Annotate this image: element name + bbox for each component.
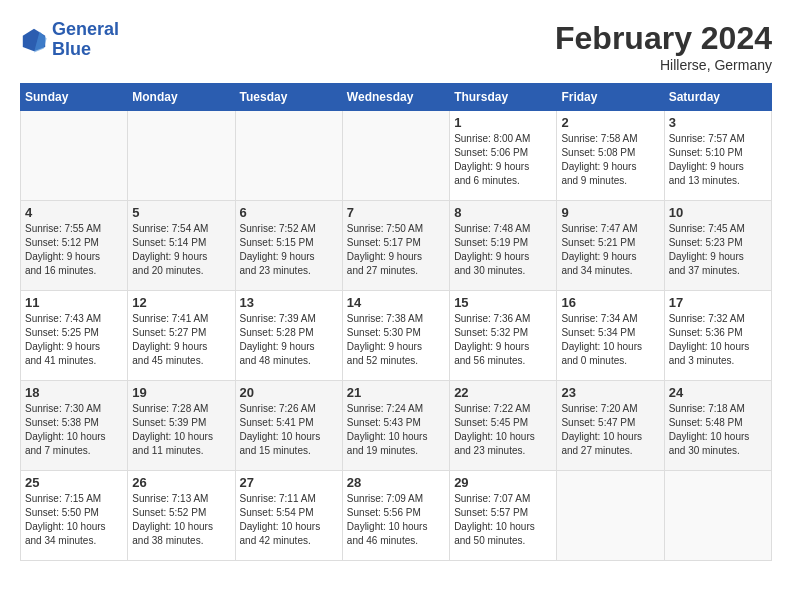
title-area: February 2024 Hillerse, Germany [555,20,772,73]
day-info: Sunrise: 7:09 AM Sunset: 5:56 PM Dayligh… [347,492,445,548]
day-number: 1 [454,115,552,130]
calendar-cell: 29Sunrise: 7:07 AM Sunset: 5:57 PM Dayli… [450,471,557,561]
day-number: 4 [25,205,123,220]
calendar-cell: 26Sunrise: 7:13 AM Sunset: 5:52 PM Dayli… [128,471,235,561]
day-info: Sunrise: 7:52 AM Sunset: 5:15 PM Dayligh… [240,222,338,278]
day-number: 13 [240,295,338,310]
calendar-cell: 20Sunrise: 7:26 AM Sunset: 5:41 PM Dayli… [235,381,342,471]
week-row-3: 11Sunrise: 7:43 AM Sunset: 5:25 PM Dayli… [21,291,772,381]
calendar-cell: 13Sunrise: 7:39 AM Sunset: 5:28 PM Dayli… [235,291,342,381]
calendar-cell [342,111,449,201]
page-header: General Blue February 2024 Hillerse, Ger… [20,20,772,73]
calendar-cell: 14Sunrise: 7:38 AM Sunset: 5:30 PM Dayli… [342,291,449,381]
day-number: 23 [561,385,659,400]
day-info: Sunrise: 7:38 AM Sunset: 5:30 PM Dayligh… [347,312,445,368]
header-tuesday: Tuesday [235,84,342,111]
day-info: Sunrise: 7:43 AM Sunset: 5:25 PM Dayligh… [25,312,123,368]
day-number: 6 [240,205,338,220]
calendar-cell: 23Sunrise: 7:20 AM Sunset: 5:47 PM Dayli… [557,381,664,471]
day-info: Sunrise: 7:58 AM Sunset: 5:08 PM Dayligh… [561,132,659,188]
calendar-cell [21,111,128,201]
header-monday: Monday [128,84,235,111]
calendar-cell: 6Sunrise: 7:52 AM Sunset: 5:15 PM Daylig… [235,201,342,291]
day-number: 11 [25,295,123,310]
day-info: Sunrise: 7:32 AM Sunset: 5:36 PM Dayligh… [669,312,767,368]
day-info: Sunrise: 7:11 AM Sunset: 5:54 PM Dayligh… [240,492,338,548]
calendar-cell: 10Sunrise: 7:45 AM Sunset: 5:23 PM Dayli… [664,201,771,291]
day-number: 8 [454,205,552,220]
calendar-cell: 8Sunrise: 7:48 AM Sunset: 5:19 PM Daylig… [450,201,557,291]
month-title: February 2024 [555,20,772,57]
day-info: Sunrise: 7:24 AM Sunset: 5:43 PM Dayligh… [347,402,445,458]
day-info: Sunrise: 7:22 AM Sunset: 5:45 PM Dayligh… [454,402,552,458]
calendar-cell: 19Sunrise: 7:28 AM Sunset: 5:39 PM Dayli… [128,381,235,471]
calendar-table: SundayMondayTuesdayWednesdayThursdayFrid… [20,83,772,561]
day-number: 20 [240,385,338,400]
day-info: Sunrise: 7:28 AM Sunset: 5:39 PM Dayligh… [132,402,230,458]
calendar-cell: 12Sunrise: 7:41 AM Sunset: 5:27 PM Dayli… [128,291,235,381]
week-row-2: 4Sunrise: 7:55 AM Sunset: 5:12 PM Daylig… [21,201,772,291]
day-number: 5 [132,205,230,220]
location: Hillerse, Germany [555,57,772,73]
header-thursday: Thursday [450,84,557,111]
day-number: 10 [669,205,767,220]
day-number: 28 [347,475,445,490]
day-number: 17 [669,295,767,310]
calendar-cell: 24Sunrise: 7:18 AM Sunset: 5:48 PM Dayli… [664,381,771,471]
day-info: Sunrise: 7:50 AM Sunset: 5:17 PM Dayligh… [347,222,445,278]
day-number: 25 [25,475,123,490]
day-info: Sunrise: 7:54 AM Sunset: 5:14 PM Dayligh… [132,222,230,278]
week-row-5: 25Sunrise: 7:15 AM Sunset: 5:50 PM Dayli… [21,471,772,561]
calendar-cell: 3Sunrise: 7:57 AM Sunset: 5:10 PM Daylig… [664,111,771,201]
day-number: 27 [240,475,338,490]
day-info: Sunrise: 7:48 AM Sunset: 5:19 PM Dayligh… [454,222,552,278]
day-number: 16 [561,295,659,310]
calendar-cell: 28Sunrise: 7:09 AM Sunset: 5:56 PM Dayli… [342,471,449,561]
header-row: SundayMondayTuesdayWednesdayThursdayFrid… [21,84,772,111]
day-number: 12 [132,295,230,310]
calendar-cell: 27Sunrise: 7:11 AM Sunset: 5:54 PM Dayli… [235,471,342,561]
day-info: Sunrise: 7:30 AM Sunset: 5:38 PM Dayligh… [25,402,123,458]
header-saturday: Saturday [664,84,771,111]
day-info: Sunrise: 7:13 AM Sunset: 5:52 PM Dayligh… [132,492,230,548]
calendar-cell: 21Sunrise: 7:24 AM Sunset: 5:43 PM Dayli… [342,381,449,471]
calendar-cell: 11Sunrise: 7:43 AM Sunset: 5:25 PM Dayli… [21,291,128,381]
calendar-cell: 15Sunrise: 7:36 AM Sunset: 5:32 PM Dayli… [450,291,557,381]
day-number: 29 [454,475,552,490]
calendar-cell: 1Sunrise: 8:00 AM Sunset: 5:06 PM Daylig… [450,111,557,201]
calendar-cell [128,111,235,201]
day-number: 21 [347,385,445,400]
day-info: Sunrise: 7:20 AM Sunset: 5:47 PM Dayligh… [561,402,659,458]
day-number: 26 [132,475,230,490]
day-number: 15 [454,295,552,310]
week-row-1: 1Sunrise: 8:00 AM Sunset: 5:06 PM Daylig… [21,111,772,201]
day-info: Sunrise: 7:45 AM Sunset: 5:23 PM Dayligh… [669,222,767,278]
day-info: Sunrise: 7:34 AM Sunset: 5:34 PM Dayligh… [561,312,659,368]
header-sunday: Sunday [21,84,128,111]
day-info: Sunrise: 7:41 AM Sunset: 5:27 PM Dayligh… [132,312,230,368]
day-info: Sunrise: 8:00 AM Sunset: 5:06 PM Dayligh… [454,132,552,188]
day-info: Sunrise: 7:26 AM Sunset: 5:41 PM Dayligh… [240,402,338,458]
logo: General Blue [20,20,119,60]
day-number: 19 [132,385,230,400]
day-info: Sunrise: 7:55 AM Sunset: 5:12 PM Dayligh… [25,222,123,278]
calendar-cell: 9Sunrise: 7:47 AM Sunset: 5:21 PM Daylig… [557,201,664,291]
day-number: 24 [669,385,767,400]
calendar-cell [557,471,664,561]
calendar-cell: 16Sunrise: 7:34 AM Sunset: 5:34 PM Dayli… [557,291,664,381]
day-number: 3 [669,115,767,130]
day-number: 14 [347,295,445,310]
calendar-cell: 7Sunrise: 7:50 AM Sunset: 5:17 PM Daylig… [342,201,449,291]
day-info: Sunrise: 7:47 AM Sunset: 5:21 PM Dayligh… [561,222,659,278]
day-info: Sunrise: 7:39 AM Sunset: 5:28 PM Dayligh… [240,312,338,368]
day-number: 22 [454,385,552,400]
week-row-4: 18Sunrise: 7:30 AM Sunset: 5:38 PM Dayli… [21,381,772,471]
day-number: 2 [561,115,659,130]
day-number: 18 [25,385,123,400]
calendar-cell: 4Sunrise: 7:55 AM Sunset: 5:12 PM Daylig… [21,201,128,291]
logo-text: General Blue [52,20,119,60]
calendar-cell: 22Sunrise: 7:22 AM Sunset: 5:45 PM Dayli… [450,381,557,471]
day-info: Sunrise: 7:18 AM Sunset: 5:48 PM Dayligh… [669,402,767,458]
header-wednesday: Wednesday [342,84,449,111]
calendar-cell: 5Sunrise: 7:54 AM Sunset: 5:14 PM Daylig… [128,201,235,291]
